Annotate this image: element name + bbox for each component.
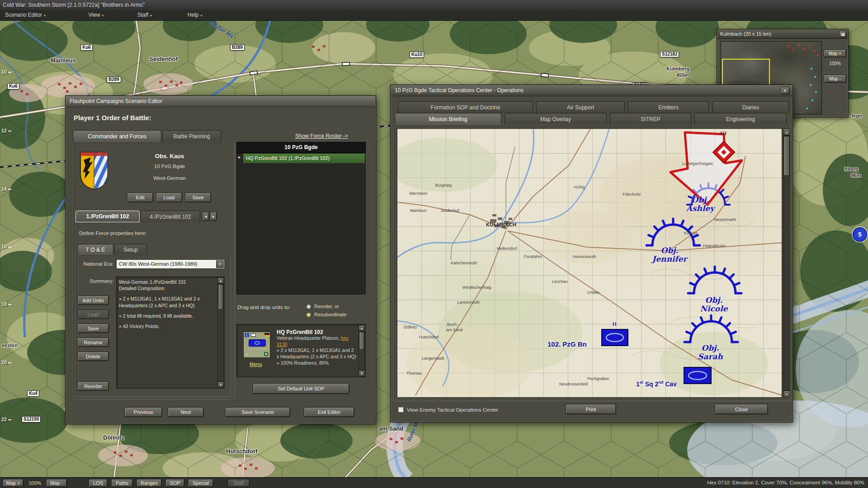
edit-button[interactable]: Edit — [127, 192, 153, 202]
reorder-button[interactable]: Reorder — [77, 381, 109, 391]
scenario-editor-dialog: Flashpoint Campaigns Scenario Editor Pla… — [65, 95, 376, 424]
unit-counter-icon[interactable]: L HQ PzGrenB 5 S — [243, 332, 270, 358]
next-button[interactable]: Next — [168, 407, 204, 417]
add-units-button[interactable]: Add Units — [77, 296, 109, 305]
hex-row-number: 10 — [1, 69, 11, 75]
toc-town-label: Neuenmarkt — [714, 217, 736, 222]
briefing-map[interactable]: Wernstein Burghaig Mainleus Seidenhof Me… — [397, 128, 782, 398]
map-zoom-out-button[interactable]: Map - — [46, 479, 67, 487]
tab-air-support[interactable]: Air Support — [536, 101, 625, 113]
minimap-zoom-out-button[interactable]: Map - — [824, 75, 846, 83]
tab-sitrep[interactable]: SITREP — [610, 113, 691, 125]
subtab-setup[interactable]: Setup — [114, 244, 147, 255]
chevron-down-icon[interactable]: ▼ — [216, 260, 224, 268]
tab-emitters[interactable]: Emitters — [628, 101, 709, 113]
tab-formation-sop[interactable]: Formation SOP and Doctrine — [398, 101, 533, 113]
toc-town-label: Katschenreuth — [451, 261, 477, 265]
toc-town-label: Buch- — [447, 322, 458, 327]
unit-card-scroll-thumb[interactable] — [359, 332, 364, 350]
tab-map-overlay[interactable]: Map Overlay — [505, 113, 607, 125]
toc-titlebar[interactable]: 10 PzG Bgde Tactical Operations Center -… — [391, 85, 792, 96]
load-button[interactable]: Load — [156, 192, 182, 202]
scroll-up-icon[interactable]: ▲ — [783, 128, 790, 136]
unit-card[interactable]: L HQ PzGrenB 5 S Menu HQ PzGrenBtl 102 V… — [236, 324, 366, 377]
special-button[interactable]: Special — [188, 479, 213, 487]
toc-town-label: Seidenhof — [441, 208, 459, 213]
show-force-roster-link[interactable]: Show Force Roster -> — [295, 133, 348, 139]
tab-mission-briefing[interactable]: Mission Briefing — [395, 113, 501, 125]
toc-town-label: Langenstadt — [422, 356, 444, 361]
objective-label-ashley: Obj.Ashley — [679, 196, 722, 212]
resize-grip-icon[interactable]: ⋰ — [786, 415, 791, 421]
minimap-zoom-in-button[interactable]: Map + — [824, 49, 846, 57]
toc-map-scroll-thumb[interactable] — [783, 136, 790, 176]
los-button[interactable]: LOS — [89, 479, 108, 487]
tab-engineering[interactable]: Engineering — [694, 113, 787, 125]
force-tab-scroll-left[interactable]: ◄ — [202, 212, 209, 221]
toc-close-icon[interactable]: ✕ — [780, 87, 790, 94]
menu-help[interactable]: Help▾ — [183, 10, 208, 21]
save-button[interactable]: Save — [185, 192, 211, 202]
commander-formation: 10 PzG Bgde — [111, 164, 228, 169]
paths-button[interactable]: Paths — [111, 479, 133, 487]
ranges-button[interactable]: Ranges — [137, 479, 162, 487]
unit-menu-link[interactable]: Menu — [250, 361, 262, 367]
mail-icon — [251, 333, 256, 337]
sop-button[interactable]: SOP — [165, 479, 184, 487]
national-era-label: National Era: — [78, 261, 113, 267]
map-zoom-level: 100% — [26, 480, 43, 486]
friendly-unit-badge[interactable]: 5 — [853, 227, 867, 242]
view-enemy-toc-checkbox[interactable] — [398, 407, 404, 413]
summary-scroll-thumb[interactable] — [218, 284, 223, 310]
minimap-toggle-button[interactable]: ▦ — [839, 31, 847, 38]
hex-row-number: 18 — [1, 301, 11, 307]
rename-button[interactable]: Rename — [77, 338, 109, 347]
scroll-down-icon[interactable]: ▼ — [783, 390, 790, 398]
scroll-down-icon[interactable]: ▼ — [359, 370, 365, 376]
toc-town-label: Hutschdorf — [419, 335, 439, 339]
menu-view[interactable]: View▾ — [84, 10, 109, 21]
scenario-editor-titlebar[interactable]: Flashpoint Campaigns Scenario Editor — [66, 96, 375, 107]
toc-town-label: Neudrossenfeld — [559, 382, 588, 386]
define-force-label: Define Force properties here: — [79, 230, 147, 236]
tab-diaries[interactable]: Diaries — [712, 101, 789, 113]
tree-expand-icon[interactable]: ▸ — [238, 155, 241, 160]
menu-scenario-editor[interactable]: Scenario Editor▾ — [0, 10, 51, 21]
save-scenario-button[interactable]: Save Scenario — [225, 407, 290, 417]
force-tab-scroll-right[interactable]: ► — [210, 212, 217, 221]
national-era-select[interactable]: CW 80s West-German (1980-1989) ▼ — [116, 259, 225, 269]
force-tab-2[interactable]: 4./PzGrenBtl 102 — [141, 211, 200, 222]
summary-textarea[interactable]: West-German 1./PzGrenBtl 102 Detailed Co… — [116, 277, 225, 389]
force-tab-1[interactable]: 1./PzGrenBtl 102 — [75, 211, 140, 222]
radio-reorder[interactable] — [306, 304, 311, 309]
set-default-unit-sop-button[interactable]: Set Default Unit SOP — [253, 383, 349, 394]
menu-staff[interactable]: Staff▾ — [132, 10, 157, 21]
radio-resubordinate-label[interactable]: Resubordinate — [314, 312, 347, 317]
objective-label-jennifer: Obj.Jennifer — [648, 246, 691, 263]
subtab-toe[interactable]: T O & E — [77, 244, 113, 255]
save-force-button[interactable]: Save — [77, 324, 109, 333]
road-sign: Ku6 — [80, 44, 93, 51]
radio-resubordinate[interactable] — [306, 312, 311, 317]
map-zoom-in-button[interactable]: Map + — [3, 479, 24, 487]
exit-editor-button[interactable]: Exit Editor — [304, 407, 354, 417]
scroll-up-icon[interactable]: ▲ — [217, 277, 224, 284]
dragdrop-label: Drag and drop units to: — [237, 305, 290, 310]
tab-commander-and-forces[interactable]: Commander and Forces — [73, 130, 161, 142]
toc-close-button[interactable]: Close — [715, 404, 768, 414]
toc-town-label: Mainleus — [410, 208, 426, 213]
view-enemy-toc-label[interactable]: View Enemy Tactical Operations Center — [407, 407, 498, 413]
force-roster-list[interactable]: ▸ HQ PzGrenBtl 102 (1./PzGrenBtl 102) — [236, 153, 366, 295]
print-button[interactable]: Print — [566, 404, 616, 414]
previous-button[interactable]: Previous — [124, 407, 162, 417]
toc-town-label: Aichig — [574, 185, 585, 189]
toc-title: 10 PzG Bgde Tactical Operations Center -… — [395, 87, 524, 94]
radio-reorder-label[interactable]: Reorder, or — [314, 304, 339, 309]
hex-info-readout: Hex 0710: Elevation 2, Cover 70%, Concea… — [707, 480, 864, 485]
delete-button[interactable]: Delete — [77, 352, 109, 361]
scroll-down-icon[interactable]: ▼ — [217, 381, 224, 388]
scroll-up-icon[interactable]: ▲ — [359, 325, 365, 331]
friendly-unit-102pzg-icon — [602, 329, 628, 346]
roster-item-selected[interactable]: HQ PzGrenBtl 102 (1./PzGrenBtl 102) — [243, 154, 365, 163]
tab-battle-planning[interactable]: Battle Planning — [162, 130, 221, 142]
